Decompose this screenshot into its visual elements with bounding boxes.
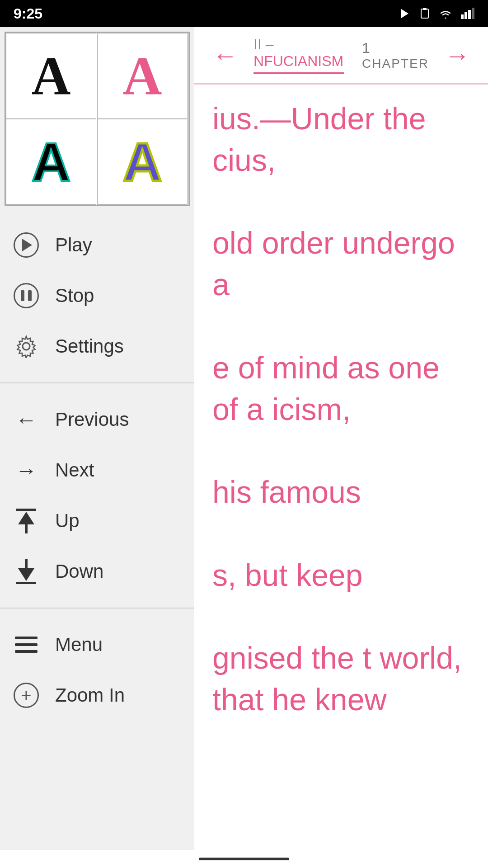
book-text: ius.—Under the cius, old order undergo a… — [212, 98, 470, 721]
book-section-text: II – — [253, 36, 344, 53]
bottom-menu-section: Menu + Zoom In — [0, 610, 194, 730]
status-bar: 9:25 — [0, 0, 488, 27]
plus-circle: + — [14, 683, 39, 708]
play-triangle — [22, 239, 32, 251]
menu-item-stop[interactable]: Stop — [5, 270, 190, 321]
bottom-bar — [16, 582, 36, 584]
arrow-left-icon — [14, 407, 39, 432]
arrow-right-icon — [14, 458, 39, 483]
arrow-left-symbol — [15, 407, 37, 432]
arrow-up-icon — [14, 508, 39, 533]
font-letter-black: A — [32, 45, 71, 107]
font-letter-pink: A — [123, 45, 162, 107]
home-indicator — [199, 858, 289, 860]
down-arrow-shape — [18, 568, 34, 581]
tab-underline — [253, 72, 344, 74]
book-section-group: II – NFUCIANISM — [253, 36, 344, 74]
nav-menu-section: Previous Next Up — [0, 385, 194, 606]
status-icons — [399, 7, 474, 20]
arrow-right-symbol — [15, 458, 37, 483]
svg-point-7 — [23, 343, 30, 350]
previous-label: Previous — [55, 409, 129, 430]
divider-2 — [0, 608, 194, 609]
settings-icon — [14, 334, 39, 359]
pause-bar-2 — [28, 290, 32, 301]
next-label: Next — [55, 459, 94, 481]
left-panel: A A A A Play — [0, 27, 194, 868]
chapter-num-group: 1 CHAPTER — [362, 40, 429, 71]
chapter-number: 1 — [362, 40, 429, 57]
stop-label: Stop — [55, 285, 94, 307]
book-section-ii: II – — [253, 36, 273, 52]
play-status-icon — [399, 7, 411, 20]
reading-content: ius.—Under the cius, old order undergo a… — [194, 85, 488, 868]
home-bar — [0, 850, 488, 868]
svg-marker-0 — [401, 9, 408, 18]
chapter-label-text: CHAPTER — [362, 57, 429, 71]
divider-1 — [0, 382, 194, 383]
up-arrow-stem — [25, 524, 28, 533]
hamburger-line-1 — [15, 637, 38, 639]
wifi-icon — [438, 7, 453, 20]
svg-rect-4 — [465, 12, 467, 19]
arrow-down-bar — [16, 559, 36, 584]
up-label: Up — [55, 510, 80, 532]
status-time: 9:25 — [14, 5, 42, 22]
menu-item-previous[interactable]: Previous — [5, 394, 190, 445]
menu-item-down[interactable]: Down — [5, 546, 190, 597]
menu-item-menu[interactable]: Menu — [5, 619, 190, 670]
settings-label: Settings — [55, 335, 124, 357]
menu-item-up[interactable]: Up — [5, 495, 190, 546]
svg-rect-2 — [423, 8, 427, 10]
play-icon — [14, 232, 39, 258]
font-letter-teal: A — [32, 131, 71, 193]
svg-rect-5 — [468, 10, 471, 19]
hamburger-line-3 — [15, 650, 38, 653]
font-option-black[interactable]: A — [6, 33, 96, 119]
top-bar — [16, 509, 36, 511]
menu-item-next[interactable]: Next — [5, 445, 190, 495]
play-label: Play — [55, 234, 92, 256]
top-nav: ← II – NFUCIANISM 1 CHAPTER → — [194, 27, 488, 85]
font-option-blue-yellow[interactable]: A — [97, 119, 188, 205]
nav-back-button[interactable]: ← — [212, 41, 238, 70]
hamburger-line-2 — [15, 643, 38, 646]
stop-icon — [14, 283, 39, 308]
font-option-teal[interactable]: A — [6, 119, 96, 205]
top-menu-section: Play Stop — [0, 211, 194, 381]
menu-item-play[interactable]: Play — [5, 220, 190, 270]
up-arrow-shape — [18, 512, 34, 524]
menu-label: Menu — [55, 634, 103, 656]
arrow-up-bar — [16, 509, 36, 533]
font-option-pink[interactable]: A — [97, 33, 188, 119]
gear-svg — [14, 335, 38, 358]
arrow-down-icon — [14, 559, 39, 584]
font-letter-blue-yellow: A — [123, 131, 162, 193]
menu-icon — [14, 632, 39, 657]
play-circle — [14, 232, 39, 258]
hamburger-icon — [15, 637, 38, 653]
down-label: Down — [55, 561, 103, 582]
menu-item-settings[interactable]: Settings — [5, 321, 190, 372]
font-grid: A A A A — [5, 32, 190, 206]
pause-bar-1 — [21, 290, 24, 301]
book-name-text: NFUCIANISM — [253, 53, 344, 70]
clipboard-icon — [418, 7, 431, 20]
down-arrow-stem — [25, 559, 28, 568]
svg-rect-6 — [472, 8, 474, 19]
zoom-in-label: Zoom In — [55, 684, 125, 706]
svg-rect-1 — [421, 9, 428, 18]
nav-forward-button[interactable]: → — [445, 41, 470, 70]
chapter-info: II – NFUCIANISM 1 CHAPTER — [253, 36, 429, 74]
zoom-in-icon: + — [14, 683, 39, 708]
chapter-title-row: II – NFUCIANISM 1 CHAPTER — [253, 36, 429, 74]
svg-rect-3 — [461, 14, 464, 19]
main-layout: A A A A Play — [0, 27, 488, 868]
pause-circle — [14, 283, 39, 308]
signal-icon — [460, 7, 474, 20]
menu-item-zoom-in[interactable]: + Zoom In — [5, 670, 190, 721]
right-panel: ← II – NFUCIANISM 1 CHAPTER → — [194, 27, 488, 868]
